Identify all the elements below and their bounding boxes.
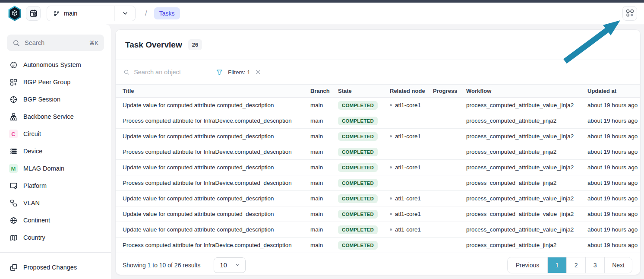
page-button-3[interactable]: 3 <box>585 257 604 273</box>
cell-progress <box>429 206 463 222</box>
table-row[interactable]: Update value for computed attribute comp… <box>116 222 640 238</box>
cell-branch: main <box>307 160 335 175</box>
sidebar-item-device[interactable]: Device <box>0 143 111 160</box>
nav-label: Autonomous System <box>23 61 81 68</box>
object-search-input[interactable] <box>134 69 212 76</box>
filters-count-label: Filters: 1 <box>228 69 250 76</box>
cell-progress <box>429 175 463 191</box>
col-updated-at: Updated at <box>584 85 640 98</box>
platform-icon <box>9 181 18 190</box>
status-badge: COMPLETED <box>338 101 378 110</box>
cell-related-node: atl1-core1 <box>386 98 429 113</box>
branch-selector-toggle[interactable] <box>114 6 135 21</box>
table-row[interactable]: Update value for computed attribute comp… <box>116 160 640 175</box>
cell-related-node <box>386 175 429 191</box>
cell-state: COMPLETED <box>335 238 386 253</box>
cell-branch: main <box>307 129 335 144</box>
table-row[interactable]: Process computed attribute for InfraDevi… <box>116 144 640 160</box>
page-size-select[interactable]: 10 <box>214 257 246 273</box>
tasks-panel-button[interactable] <box>622 6 637 21</box>
infrahub-logo-icon[interactable] <box>7 5 22 22</box>
previous-page-button[interactable]: Previous <box>508 257 547 273</box>
pagination: Previous 1 2 3 Next <box>507 257 632 273</box>
filter-funnel-icon[interactable] <box>216 69 223 76</box>
nav-label: Device <box>23 148 42 155</box>
nav-label: MLAG Domain <box>23 165 64 172</box>
breadcrumb-tasks[interactable]: Tasks <box>154 7 180 19</box>
sidebar-item-continent[interactable]: Continent <box>0 212 111 229</box>
object-search[interactable] <box>123 69 212 76</box>
cell-title: Update value for computed attribute comp… <box>116 191 307 206</box>
status-badge: COMPLETED <box>338 163 378 172</box>
branch-selector[interactable]: main <box>47 6 136 21</box>
autonomous-system-icon <box>9 60 18 69</box>
cell-branch: main <box>307 113 335 129</box>
table-footer: Showing 1 to 10 of 26 results 10 Previou… <box>116 255 640 275</box>
cell-branch: main <box>307 144 335 160</box>
sidebar-item-bgp-peer-group[interactable]: BGP Peer Group <box>0 73 111 91</box>
circuit-letter-badge: C <box>9 130 18 138</box>
sidebar-item-platform[interactable]: Platform <box>0 177 111 194</box>
sidebar-item-bgp-session[interactable]: BGP Session <box>0 91 111 108</box>
cell-related-node: atl1-core1 <box>386 129 429 144</box>
cell-related-node <box>386 144 429 160</box>
cell-related-node: atl1-core1 <box>386 206 429 222</box>
cell-state: COMPLETED <box>335 98 386 113</box>
sidebar-item-autonomous-system[interactable]: Autonomous System <box>0 56 111 73</box>
cell-updated-at: about 19 hours ago <box>584 238 640 253</box>
calendar-clock-icon <box>29 9 38 17</box>
tasks-table: Title Branch State Related node Progress… <box>116 84 640 253</box>
cell-workflow: process_computed_attribute_value_jinja2 <box>463 160 584 175</box>
sidebar-item-backbone-service[interactable]: Backbone Service <box>0 108 111 125</box>
cell-state: COMPLETED <box>335 191 386 206</box>
node-dot <box>390 197 392 200</box>
chevron-down-icon <box>122 10 129 17</box>
sidebar-search-placeholder: Search <box>25 39 84 46</box>
table-toolbar: Filters: 1 <box>116 60 640 84</box>
cell-updated-at: about 19 hours ago <box>584 113 640 129</box>
nav-label: Country <box>23 234 45 241</box>
col-state: State <box>335 85 386 98</box>
cell-workflow: process_computed_attribute_value_jinja2 <box>463 98 584 113</box>
cell-updated-at: about 19 hours ago <box>584 206 640 222</box>
status-badge: COMPLETED <box>338 179 378 187</box>
table-row[interactable]: Update value for computed attribute comp… <box>116 191 640 206</box>
table-row[interactable]: Update value for computed attribute comp… <box>116 129 640 144</box>
page-size-value: 10 <box>220 262 227 269</box>
search-icon <box>13 39 20 47</box>
sidebar-item-country[interactable]: Country <box>0 229 111 246</box>
sidebar-item-proposed-changes[interactable]: Proposed Changes <box>0 259 111 276</box>
table-row[interactable]: Update value for computed attribute comp… <box>116 206 640 222</box>
cell-progress <box>429 160 463 175</box>
sidebar-item-mlag-domain[interactable]: M MLAG Domain <box>0 160 111 177</box>
table-row[interactable]: Process computed attribute for InfraDevi… <box>116 113 640 129</box>
cell-progress <box>429 222 463 238</box>
sidebar-item-vlan[interactable]: VLAN <box>0 194 111 212</box>
table-row[interactable]: Update value for computed attribute comp… <box>116 98 640 113</box>
task-overview-card: Task Overview 26 Filters: 1 Tit <box>115 29 641 275</box>
nav-label: Platform <box>23 182 47 189</box>
chevron-down-icon <box>235 262 240 268</box>
cell-title: Update value for computed attribute comp… <box>116 222 307 238</box>
sidebar-item-object-management[interactable]: Object Management <box>0 276 111 279</box>
time-travel-button[interactable] <box>26 6 41 21</box>
sidebar-search[interactable]: Search ⌘K <box>7 35 104 51</box>
sidebar-item-circuit[interactable]: C Circuit <box>0 125 111 143</box>
sidebar-divider <box>0 252 111 253</box>
cell-branch: main <box>307 222 335 238</box>
cell-related-node <box>386 113 429 129</box>
clear-filters-icon[interactable] <box>255 69 261 75</box>
status-badge: COMPLETED <box>338 225 378 234</box>
page-button-1[interactable]: 1 <box>547 257 566 273</box>
cell-workflow: process_computed_attribute_jinja2 <box>463 113 584 129</box>
cell-state: COMPLETED <box>335 113 386 129</box>
cell-workflow: process_computed_attribute_jinja2 <box>463 238 584 253</box>
table-row[interactable]: Process computed attribute for InfraDevi… <box>116 238 640 253</box>
workflow-nodes-icon <box>626 9 634 17</box>
cell-related-node: atl1-core1 <box>386 191 429 206</box>
table-row[interactable]: Process computed attribute for InfraDevi… <box>116 175 640 191</box>
cell-progress <box>429 144 463 160</box>
table-header-row: Title Branch State Related node Progress… <box>116 85 640 98</box>
page-button-2[interactable]: 2 <box>566 257 585 273</box>
next-page-button[interactable]: Next <box>604 257 632 273</box>
